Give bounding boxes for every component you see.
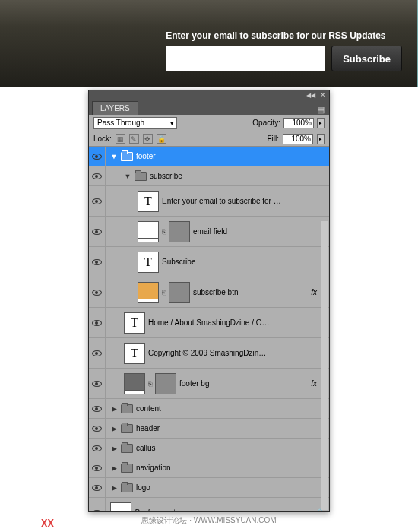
layer-name-label[interactable]: content	[136, 404, 161, 413]
visibility-toggle[interactable]	[89, 308, 106, 337]
visibility-toggle[interactable]	[89, 166, 106, 185]
layer-name-label[interactable]: header	[136, 424, 160, 432]
disclosure-triangle-icon[interactable]: ▶	[110, 425, 118, 432]
rss-label: Enter your email to subscribe for our RS…	[166, 30, 402, 41]
panel-menu-icon[interactable]: ▤	[317, 105, 325, 115]
mask-thumb	[169, 282, 190, 303]
panel-collapse-icon[interactable]: ◀◀	[306, 92, 315, 99]
visibility-toggle[interactable]	[89, 419, 106, 438]
lock-transparency-icon[interactable]: ▦	[116, 134, 125, 144]
layer-content: ▼subscribe	[106, 166, 329, 185]
disclosure-triangle-icon[interactable]: ▶	[110, 484, 118, 492]
eye-icon	[92, 173, 102, 179]
text-layer-thumb: T	[138, 252, 159, 273]
folder-icon	[121, 404, 133, 413]
lock-all-icon[interactable]: 🔒	[157, 134, 166, 144]
visibility-toggle[interactable]	[89, 369, 106, 398]
disclosure-triangle-icon[interactable]: ▼	[110, 153, 118, 160]
layer-name-label[interactable]: footer	[136, 152, 156, 160]
visibility-toggle[interactable]	[89, 458, 106, 477]
layers-scrollbar[interactable]	[321, 221, 328, 510]
layer-content: ⎘email field	[106, 217, 329, 246]
folder-icon	[121, 152, 133, 161]
visibility-toggle[interactable]	[89, 338, 106, 368]
lock-position-icon[interactable]: ✥	[143, 134, 153, 144]
visibility-toggle[interactable]	[89, 147, 106, 166]
layer-content: TCopyright © 2009 SmashingDzine | Privac…	[106, 338, 329, 368]
fill-slider-icon[interactable]: ▸	[317, 134, 325, 144]
text-layer-thumb: T	[124, 312, 145, 334]
layer-row[interactable]: TSubscribe	[89, 247, 329, 277]
layer-row[interactable]: ▶content	[89, 399, 329, 419]
layer-row[interactable]: TEnter your email to subscribe for our R…	[89, 186, 329, 217]
layer-row[interactable]: ▶callus	[89, 439, 329, 458]
layer-name-label[interactable]: Background	[135, 508, 175, 511]
panel-close-icon[interactable]: ✕	[320, 91, 326, 99]
disclosure-triangle-icon[interactable]: ▶	[110, 405, 118, 413]
layer-content: ▶callus	[106, 439, 329, 458]
opacity-label: Opacity:	[252, 119, 280, 127]
disclosure-triangle-icon[interactable]: ▶	[110, 464, 118, 472]
layer-name-label[interactable]: subscribe	[150, 172, 182, 180]
layer-row[interactable]: ▶navigation	[89, 458, 329, 478]
layer-row[interactable]: ▼subscribe	[89, 166, 329, 186]
link-icon: ⎘	[162, 289, 166, 296]
eye-icon	[92, 320, 102, 326]
layer-name-label[interactable]: navigation	[136, 464, 171, 472]
layer-row[interactable]: ⎘subscribe btnfx▸	[89, 277, 329, 308]
folder-icon	[121, 483, 133, 492]
visibility-toggle[interactable]	[89, 277, 106, 307]
blend-mode-select[interactable]: Pass Through	[93, 117, 177, 129]
layer-name-label[interactable]: email field	[193, 227, 227, 236]
visibility-toggle[interactable]	[89, 498, 106, 511]
layer-row[interactable]: ▼footer	[89, 147, 329, 166]
eye-icon	[92, 381, 102, 387]
visibility-toggle[interactable]	[89, 186, 106, 216]
layer-name-label[interactable]: subscribe btn	[193, 288, 238, 296]
layer-name-label[interactable]: logo	[136, 483, 150, 492]
layer-content: TSubscribe	[106, 247, 329, 277]
layer-name-label[interactable]: Enter your email to subscribe for our RS…	[162, 197, 283, 205]
layer-name-label[interactable]: Home / About SmashingDzine / Our Serv...	[148, 318, 270, 327]
layer-name-label[interactable]: Subscribe	[162, 258, 195, 266]
layer-name-label[interactable]: Copyright © 2009 SmashingDzine | Privac.…	[148, 349, 270, 357]
visibility-toggle[interactable]	[89, 478, 106, 497]
layer-row[interactable]: Background🔒	[89, 498, 329, 511]
layer-row[interactable]: ⎘email field	[89, 217, 329, 247]
eye-icon	[92, 485, 102, 491]
visibility-toggle[interactable]	[89, 247, 106, 277]
lock-pixels-icon[interactable]: ✎	[129, 134, 139, 144]
eye-icon	[92, 229, 102, 235]
layer-row[interactable]: ⎘footer bgfx▸	[89, 369, 329, 399]
visibility-toggle[interactable]	[89, 399, 106, 418]
email-field[interactable]	[166, 46, 325, 71]
shape-layer-thumb	[138, 221, 159, 242]
eye-icon	[92, 426, 102, 432]
layer-name-label[interactable]: footer bg	[179, 379, 209, 388]
subscribe-button[interactable]: Subscribe	[331, 46, 402, 71]
layer-row[interactable]: ▶header	[89, 419, 329, 439]
layer-content: ⎘subscribe btnfx▸	[106, 277, 329, 307]
layer-content: Background🔒	[106, 498, 329, 511]
tab-layers[interactable]: LAYERS	[92, 101, 138, 115]
text-layer-thumb: T	[124, 343, 145, 364]
fill-label: Fill:	[267, 135, 279, 143]
eye-icon	[92, 350, 102, 356]
visibility-toggle[interactable]	[89, 439, 106, 458]
fx-badge[interactable]: fx	[311, 288, 317, 296]
layer-content: ▼footer	[106, 147, 329, 166]
layer-row[interactable]: TCopyright © 2009 SmashingDzine | Privac…	[89, 338, 329, 369]
layer-row[interactable]: THome / About SmashingDzine / Our Serv..…	[89, 308, 329, 338]
opacity-input[interactable]: 100%	[283, 118, 314, 128]
opacity-slider-icon[interactable]: ▸	[317, 118, 325, 128]
link-icon: ⎘	[162, 228, 166, 236]
visibility-toggle[interactable]	[89, 217, 106, 246]
eye-icon	[92, 198, 102, 204]
layer-row[interactable]: ▶logo	[89, 478, 329, 498]
fill-input[interactable]: 100%	[283, 134, 313, 144]
disclosure-triangle-icon[interactable]: ▶	[110, 445, 118, 452]
layer-name-label[interactable]: callus	[136, 444, 156, 452]
watermark-text: 思缘设计论坛 · WWW.MISSYUAN.COM	[141, 515, 276, 526]
fx-badge[interactable]: fx	[311, 379, 317, 388]
disclosure-triangle-icon[interactable]: ▼	[124, 173, 131, 180]
